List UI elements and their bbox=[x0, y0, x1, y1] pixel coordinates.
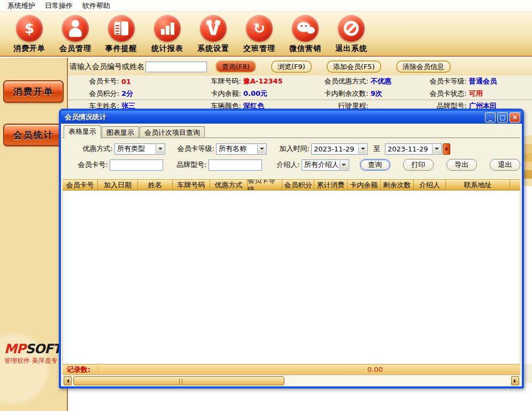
brand-model-label: 品牌型号: bbox=[163, 160, 207, 170]
toolbar-statistics-report[interactable]: 统计报表 bbox=[144, 15, 190, 54]
tab-chart-view[interactable]: 图表显示 bbox=[102, 126, 139, 138]
toolbar-shift-management[interactable]: ↻ 交班管理 bbox=[236, 15, 282, 54]
dialog-client-area: 表格显示 图表显示 会员计次项目查询 优惠方式: 所有类型 会员卡等级: 所有名… bbox=[61, 124, 522, 386]
referrer-select[interactable]: 所有介绍人 bbox=[302, 159, 349, 171]
sidebar-button-label: 消费开单 bbox=[13, 86, 54, 98]
member-search-bar: 请输入会员编号或姓名 查询(F8) 浏览(F9) 添加会员(F5) 清除会员信息 bbox=[68, 58, 532, 75]
query-button[interactable]: 查询 bbox=[360, 159, 390, 171]
chevron-down-icon bbox=[257, 144, 266, 154]
chevron-down-icon bbox=[358, 144, 367, 154]
brand-model-input[interactable] bbox=[209, 159, 262, 171]
date-from-value: 2023-11-29 bbox=[314, 145, 354, 153]
minimize-button[interactable]: _ bbox=[485, 112, 496, 123]
toolbar-label: 交班管理 bbox=[243, 44, 275, 54]
record-total-value: 0.00 bbox=[367, 366, 383, 374]
dialog-tabstrip: 表格显示 图表显示 会员计次项目查询 bbox=[63, 125, 520, 138]
member-card-no-field: 会员卡号:01 bbox=[68, 77, 190, 86]
card-grade-select[interactable]: 所有名称 bbox=[216, 143, 267, 155]
toolbar-wechat-marketing[interactable]: 微信营销 bbox=[282, 15, 328, 54]
filter-panel: 优惠方式: 所有类型 会员卡等级: 所有名称 加入时间: 2023-11-29 … bbox=[63, 138, 520, 174]
column-header[interactable]: 介绍人 bbox=[414, 180, 446, 190]
table-body-empty[interactable] bbox=[63, 191, 520, 364]
background-strip bbox=[524, 109, 532, 383]
dialog-title: 会员情况统计 bbox=[65, 112, 483, 122]
card-number-label: 会员卡号: bbox=[69, 160, 108, 170]
date-spinner-button[interactable] bbox=[443, 143, 450, 155]
column-header[interactable]: 优惠方式 bbox=[210, 180, 248, 190]
sidebar-button-member-statistics[interactable]: 会员统计 bbox=[3, 124, 64, 146]
column-header[interactable]: 车牌号码 bbox=[173, 180, 210, 190]
dialog-statusbar: 记录数: 0.00 bbox=[63, 364, 520, 375]
date-to-value: 2023-11-29 bbox=[388, 145, 428, 153]
app-window: 系统维护 日常操作 软件帮助 $ 消费开单 会员管理 事件提醒 统计报表 系统设… bbox=[0, 0, 532, 411]
tab-count-item-query[interactable]: 会员计次项目查询 bbox=[140, 126, 205, 138]
toolbar-system-settings[interactable]: 系统设置 bbox=[190, 15, 236, 54]
print-button[interactable]: 打印 bbox=[403, 159, 434, 171]
remaining-times-field: 卡内剩余次数:9次 bbox=[309, 89, 415, 98]
column-header[interactable]: 剩余次数 bbox=[381, 180, 414, 190]
column-header[interactable]: 累计消费 bbox=[314, 180, 348, 190]
toolbar-label: 系统设置 bbox=[197, 44, 229, 54]
column-header[interactable]: 姓名 bbox=[138, 180, 173, 190]
dollar-icon: $ bbox=[16, 15, 43, 42]
browse-f9-button[interactable]: 浏览(F9) bbox=[271, 60, 312, 73]
exit-button[interactable]: 退出 bbox=[490, 159, 520, 171]
menu-daily-operations[interactable]: 日常操作 bbox=[40, 0, 78, 12]
scroll-left-arrow-icon[interactable] bbox=[64, 376, 72, 385]
search-f8-button[interactable]: 查询(F8) bbox=[215, 60, 256, 73]
maximize-button[interactable]: □ bbox=[497, 112, 508, 123]
sidebar-button-consume-billing[interactable]: 消费开单 bbox=[3, 80, 64, 103]
toolbar-consume-billing[interactable]: $ 消费开单 bbox=[6, 15, 52, 54]
date-from-select[interactable]: 2023-11-29 bbox=[311, 143, 368, 155]
chevron-down-icon bbox=[156, 144, 164, 154]
logo-soft-text: SOFT bbox=[25, 341, 60, 356]
card-balance-field: 卡内余额:0.00元 bbox=[190, 89, 309, 98]
toolbar-label: 会员管理 bbox=[59, 44, 91, 54]
column-header[interactable]: 加入日期 bbox=[98, 180, 138, 190]
member-points-field: 会员积分:2分 bbox=[68, 89, 190, 98]
export-button[interactable]: 导出 bbox=[446, 159, 477, 171]
add-member-f5-button[interactable]: 添加会员(F5) bbox=[327, 60, 381, 73]
column-header[interactable]: 卡内余额 bbox=[348, 180, 381, 190]
main-toolbar: $ 消费开单 会员管理 事件提醒 统计报表 系统设置 ↻ 交班管理 微信营销 bbox=[0, 12, 532, 57]
card-number-input[interactable] bbox=[110, 159, 163, 171]
status-separator bbox=[98, 366, 98, 374]
shift-arrows-icon: ↻ bbox=[246, 15, 273, 42]
card-status-field: 会员卡状态:可用 bbox=[415, 89, 532, 98]
member-statistics-dialog: 会员情况统计 _ □ × 表格显示 图表显示 会员计次项目查询 优惠方式: 所有… bbox=[59, 109, 524, 389]
shift-glyph: ↻ bbox=[253, 21, 265, 35]
menu-bar: 系统维护 日常操作 软件帮助 bbox=[0, 0, 532, 12]
menu-software-help[interactable]: 软件帮助 bbox=[78, 0, 115, 12]
dialog-titlebar[interactable]: 会员情况统计 _ □ × bbox=[61, 111, 522, 124]
scroll-right-arrow-icon[interactable] bbox=[511, 376, 519, 385]
left-sidebar: 消费开单 会员统计 MPSOFT 管理软件 美萍是专 bbox=[0, 58, 68, 411]
toolbar-member-management[interactable]: 会员管理 bbox=[52, 15, 98, 54]
card-grade-value: 所有名称 bbox=[219, 144, 246, 154]
column-header[interactable]: 会员卡等级 bbox=[248, 180, 282, 190]
scrollbar-thumb[interactable] bbox=[73, 376, 284, 385]
column-header[interactable]: 会员积分 bbox=[282, 180, 314, 190]
member-search-input[interactable] bbox=[145, 62, 207, 72]
tab-table-view[interactable]: 表格显示 bbox=[64, 125, 101, 138]
plate-number-field: 车牌号码:豫A-12345 bbox=[190, 77, 309, 86]
horizontal-scrollbar[interactable] bbox=[63, 375, 520, 386]
toolbar-label: 消费开单 bbox=[13, 44, 45, 54]
member-info-panel: 会员卡号:01 车牌号码:豫A-12345 会员优惠方式:不优惠 会员卡等级:普… bbox=[68, 75, 532, 111]
column-header[interactable]: 会员卡号 bbox=[63, 180, 98, 190]
dollar-glyph: $ bbox=[25, 21, 34, 35]
menu-system-maintenance[interactable]: 系统维护 bbox=[3, 0, 40, 12]
card-grade-field: 会员卡等级:普通会员 bbox=[415, 77, 532, 86]
close-button[interactable]: × bbox=[510, 112, 520, 123]
referrer-label: 介绍人: bbox=[262, 160, 300, 170]
toolbar-label: 统计报表 bbox=[151, 44, 183, 54]
toolbar-event-reminder[interactable]: 事件提醒 bbox=[98, 15, 144, 54]
card-grade-label: 会员卡等级: bbox=[165, 144, 214, 154]
column-header[interactable]: 联系地址 bbox=[446, 180, 510, 190]
date-to-select[interactable]: 2023-11-29 bbox=[385, 143, 442, 155]
clear-member-info-button[interactable]: 清除会员信息 bbox=[396, 60, 451, 73]
discount-type-select[interactable]: 所有类型 bbox=[114, 143, 165, 155]
chevron-down-icon bbox=[340, 161, 348, 170]
logo-mp-text: MP bbox=[4, 341, 25, 356]
join-time-label: 加入时间: bbox=[267, 144, 310, 154]
toolbar-exit-system[interactable]: 退出系统 bbox=[328, 15, 374, 54]
